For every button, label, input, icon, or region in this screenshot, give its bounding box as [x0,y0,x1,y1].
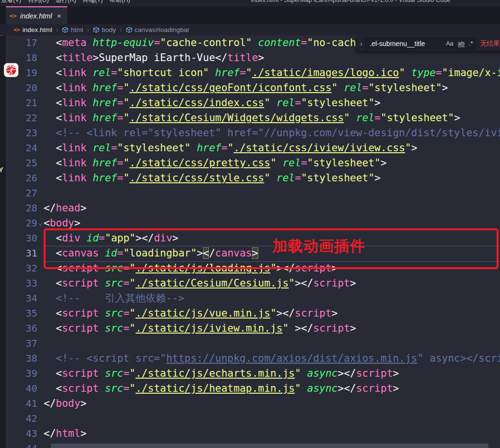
fold-gutter [37,306,44,321]
code-line[interactable]: <link rel="stylesheet" href="./static/cs… [44,141,417,156]
cutoff-text-fragment: Y [0,165,3,174]
code-editor[interactable]: 17 <meta http-equiv="cache-control" cont… [0,35,500,448]
fold-gutter [37,261,44,276]
horizontal-scrollbar[interactable] [51,444,488,448]
code-line[interactable]: </head> [44,201,87,216]
tab-bar: <> index.html × [0,6,500,24]
code-line[interactable]: <div id="app"></div> [44,231,178,246]
breadcrumb-item-body[interactable]: body [93,26,116,33]
fold-gutter [37,35,44,50]
code-line[interactable]: <!-- <link rel="stylesheet" href="//unpk… [44,126,500,141]
code-line[interactable]: <link href="./static/Cesium/Widgets/widg… [44,111,460,126]
toggle-replace-icon[interactable]: › [357,40,365,48]
fold-gutter [37,366,44,381]
fold-gutter [37,171,44,186]
fold-gutter [37,156,44,171]
breadcrumb-label: canvas#loadingbar [135,26,189,33]
fold-gutter [37,65,44,80]
fold-gutter [37,351,44,366]
fold-gutter [37,201,44,216]
menu-items: 查看(V)转到(G)运行(R)终端(T)帮助(H) [1,0,130,4]
menu-item[interactable]: 帮助(H) [109,0,130,4]
breadcrumb-file-label: index.html [22,26,52,33]
match-case-icon[interactable]: Aa [446,40,453,47]
code-line[interactable]: </html> [44,426,87,441]
fold-chevron-icon[interactable]: ⌄ [37,216,44,231]
fold-gutter [37,336,44,351]
code-line[interactable]: <link href="./static/css/style.css" rel=… [44,171,381,186]
find-widget: › .el-submenu__title Aa ab .* 无结果 [357,36,500,51]
fold-gutter [37,186,44,201]
menu-item[interactable]: 运行(R) [56,0,76,4]
find-query-text: .el-submenu__title [370,40,425,48]
fold-gutter [37,291,44,306]
editor-row: 36 <script src="./static/js/iview.min.js… [0,321,500,336]
annotation-label: 加载动画插件 [272,236,365,256]
html-file-icon: <> [14,27,20,33]
fold-gutter [37,126,44,141]
fold-gutter [37,411,44,426]
fold-gutter [37,96,44,111]
code-line[interactable]: <link href="./static/css/geoFont/iconfon… [44,80,448,96]
supermap-logo-icon[interactable] [4,63,18,77]
code-line[interactable]: <!-- 引入其他依赖--> [44,291,184,306]
editor-row: 38 <!-- <script src="https://unpkg.com/a… [0,351,500,366]
editor-row: 33 <script src="./static/Cesium/Cesium.j… [0,276,500,291]
code-line[interactable]: </body> [44,396,87,411]
tab-index-html[interactable]: <> index.html × [6,6,67,24]
symbol-cube-icon [62,27,68,33]
editor-row: 42 [0,411,500,426]
code-line[interactable]: <script src="./static/js/loading.js"></s… [44,261,338,276]
editor-row: 37 [0,336,500,351]
fold-gutter [37,381,44,396]
editor-row: 31 <canvas id="loadingbar"></canvas> [0,246,500,261]
fold-gutter [37,321,44,336]
code-line[interactable]: <link rel="shortcut icon" href="./static… [44,65,500,80]
editor-row: 23 <!-- <link rel="stylesheet" href="//u… [0,126,500,141]
breadcrumb-item-canvas-loadingbar[interactable]: canvas#loadingbar [126,26,189,33]
editor-row: 30 <div id="app"></div> [0,231,500,246]
editor-row: 34 <!-- 引入其他依赖--> [0,291,500,306]
editor-row: 26 <link href="./static/css/style.css" r… [0,171,500,186]
editor-row: 19 <link rel="shortcut icon" href="./sta… [0,65,500,80]
fold-gutter [37,276,44,291]
window-title: index.html - SuperMap iEarth-iportal-bra… [251,0,450,3]
breadcrumb-item-html[interactable]: html [62,26,83,33]
code-line[interactable]: <meta http-equiv="cache-control" content… [44,35,375,50]
code-line[interactable]: <body> [44,216,80,231]
editor-row: 39 <script src="./static/js/echarts.min.… [0,366,500,381]
editor-row: 21 <link href="./static/css/index.css" r… [0,96,500,111]
fold-gutter [37,50,44,65]
tab-close-icon[interactable]: × [57,12,62,20]
editor-row: 27 [0,186,500,201]
menu-item[interactable]: 转到(G) [28,0,49,4]
editor-row: 18 <title>SuperMap iEarth-Vue</title> [0,50,500,65]
code-line[interactable]: <script src="./static/js/heatmap.min.js"… [44,381,399,396]
whole-word-icon[interactable]: ab [458,41,465,47]
code-line[interactable]: <script src="./static/js/echarts.min.js"… [44,366,399,381]
fold-gutter [37,141,44,156]
editor-row: 40 <script src="./static/js/heatmap.min.… [0,381,500,396]
fold-gutter [37,231,44,246]
find-input[interactable]: .el-submenu__title Aa ab .* [365,38,476,49]
code-line[interactable]: <script src="./static/Cesium/Cesium.js">… [44,276,356,291]
menu-item[interactable]: 终端(T) [83,0,103,4]
code-line[interactable]: <canvas id="loadingbar"></canvas> [44,246,258,261]
code-line[interactable]: <title>SuperMap iEarth-Vue</title> [44,50,264,65]
find-result-count: 无结果 [480,39,500,48]
menu-bar: 查看(V)转到(G)运行(R)终端(T)帮助(H) index.html - S… [0,0,500,6]
code-line[interactable]: <script src="./static/js/iview.min.js" >… [44,321,356,336]
code-line[interactable]: <link href="./static/css/index.css" rel=… [44,96,381,111]
editor-row: 25 <link href="./static/css/pretty.css" … [0,156,500,171]
symbol-cube-icon [93,27,99,33]
code-line[interactable]: <!-- <script src="https://unpkg.com/axio… [44,351,500,366]
regex-icon[interactable]: .* [469,40,473,47]
editor-row: 43</html> [0,426,500,441]
breadcrumb-item-file[interactable]: <>index.html [14,26,52,33]
code-line[interactable]: <link href="./static/css/pretty.css" rel… [44,156,387,171]
editor-row: 22 <link href="./static/Cesium/Widgets/w… [0,111,500,126]
chevron-right-icon: › [87,26,89,33]
code-line[interactable]: <script src="./static/js/vue.min.js"></s… [44,306,338,321]
menu-item[interactable]: 查看(V) [1,0,21,4]
fold-gutter [37,441,44,448]
